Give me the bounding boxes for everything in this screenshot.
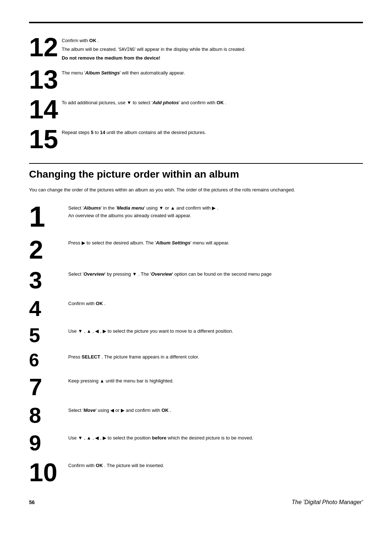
step-13-line1: The menu 'Album Settings' will then auto… — [62, 69, 363, 77]
step-7-number: 7 — [29, 375, 65, 399]
step-5-row: 5 Use ▼ , ▲ , ◀ , ▶ to select the pictur… — [29, 325, 363, 345]
section-intro: You can change the order of the pictures… — [29, 186, 363, 194]
page-number: 56 — [29, 499, 35, 505]
step-7-line1: Keep pressing ▲ until the menu bar is hi… — [68, 377, 363, 385]
step-6-row: 6 Press SELECT . The picture frame appea… — [29, 351, 363, 369]
step-8-content: Select 'Move' using ◀ or ▶ and confirm w… — [68, 405, 363, 414]
step-5-number: 5 — [29, 325, 65, 345]
step-4-line1: Confirm with OK . — [68, 300, 363, 307]
step-15-number: 15 — [29, 126, 62, 152]
step-8-line1: Select 'Move' using ◀ or ▶ and confirm w… — [68, 407, 363, 414]
step-2-line1: Press ▶ to select the desired album. The… — [68, 239, 363, 247]
step-12-content: Confirm with OK . The album will be crea… — [62, 34, 363, 63]
step-10-row: 10 Confirm with OK . The picture will be… — [29, 460, 363, 485]
step-12-number: 12 — [29, 34, 62, 60]
step-1-line1: Select 'Albums' in the 'Media menu' usin… — [68, 204, 363, 212]
step-14-content: To add additional pictures, use ▼ to sel… — [62, 96, 363, 108]
section-heading: Changing the picture order within an alb… — [29, 163, 363, 181]
step-4-row: 4 Confirm with OK . — [29, 298, 363, 320]
step-13-row: 13 The menu 'Album Settings' will then a… — [29, 66, 363, 93]
footer-title: The 'Digital Photo Manager' — [292, 499, 363, 506]
step-3-line1: Select 'Overview' by pressing ▼ . The 'O… — [68, 271, 363, 278]
step-1-content: Select 'Albums' in the 'Media menu' usin… — [68, 202, 363, 219]
step-10-content: Confirm with OK . The picture will be in… — [68, 460, 363, 469]
step-5-line1: Use ▼ , ▲ , ◀ , ▶ to select the picture … — [68, 328, 363, 335]
step-6-content: Press SELECT . The picture frame appears… — [68, 351, 363, 361]
step-1-number: 1 — [29, 202, 65, 231]
step-9-row: 9 Use ▼ , ▲ , ◀ , ▶ to select the positi… — [29, 432, 363, 454]
step-9-line1: Use ▼ , ▲ , ◀ , ▶ to select the position… — [68, 434, 363, 442]
step-15-content: Repeat steps 5 to 14 until the album con… — [62, 126, 363, 138]
step-3-number: 3 — [29, 268, 65, 292]
step-2-content: Press ▶ to select the desired album. The… — [68, 237, 363, 247]
step-8-number: 8 — [29, 405, 65, 426]
step-10-line1: Confirm with OK . The picture will be in… — [68, 462, 363, 469]
step-3-row: 3 Select 'Overview' by pressing ▼ . The … — [29, 268, 363, 292]
step-8-row: 8 Select 'Move' using ◀ or ▶ and confirm… — [29, 405, 363, 426]
step-12-line2: The album will be created. 'SAVING' will… — [62, 46, 363, 53]
step-7-content: Keep pressing ▲ until the menu bar is hi… — [68, 375, 363, 385]
step-4-number: 4 — [29, 298, 65, 320]
step-4-content: Confirm with OK . — [68, 298, 363, 307]
step-6-line1: Press SELECT . The picture frame appears… — [68, 353, 363, 361]
top-rule — [29, 22, 363, 23]
step-12-line3: Do not remove the medium from the device… — [62, 54, 363, 62]
step-2-row: 2 Press ▶ to select the desired album. T… — [29, 237, 363, 263]
steps-top-section: 12 Confirm with OK . The album will be c… — [29, 34, 363, 152]
step-14-row: 14 To add additional pictures, use ▼ to … — [29, 96, 363, 122]
step-15-line1: Repeat steps 5 to 14 until the album con… — [62, 129, 363, 136]
step-1-line2: An overview of the albums you already cr… — [68, 212, 363, 219]
step-15-row: 15 Repeat steps 5 to 14 until the album … — [29, 126, 363, 152]
step-14-number: 14 — [29, 96, 62, 122]
footer: 56 The 'Digital Photo Manager' — [29, 499, 363, 506]
steps-main-section: 1 Select 'Albums' in the 'Media menu' us… — [29, 202, 363, 485]
step-6-number: 6 — [29, 351, 65, 369]
step-5-content: Use ▼ , ▲ , ◀ , ▶ to select the picture … — [68, 325, 363, 335]
step-12-line1: Confirm with OK . — [62, 37, 363, 44]
step-13-content: The menu 'Album Settings' will then auto… — [62, 66, 363, 78]
step-14-line1: To add additional pictures, use ▼ to sel… — [62, 99, 363, 106]
page: 12 Confirm with OK . The album will be c… — [0, 0, 392, 520]
step-7-row: 7 Keep pressing ▲ until the menu bar is … — [29, 375, 363, 399]
step-1-row: 1 Select 'Albums' in the 'Media menu' us… — [29, 202, 363, 231]
step-12-row: 12 Confirm with OK . The album will be c… — [29, 34, 363, 63]
step-3-content: Select 'Overview' by pressing ▼ . The 'O… — [68, 268, 363, 278]
step-13-number: 13 — [29, 66, 62, 93]
step-9-content: Use ▼ , ▲ , ◀ , ▶ to select the position… — [68, 432, 363, 442]
section-title: Changing the picture order within an alb… — [29, 168, 363, 181]
step-2-number: 2 — [29, 237, 65, 263]
step-9-number: 9 — [29, 432, 65, 454]
step-10-number: 10 — [29, 460, 65, 485]
